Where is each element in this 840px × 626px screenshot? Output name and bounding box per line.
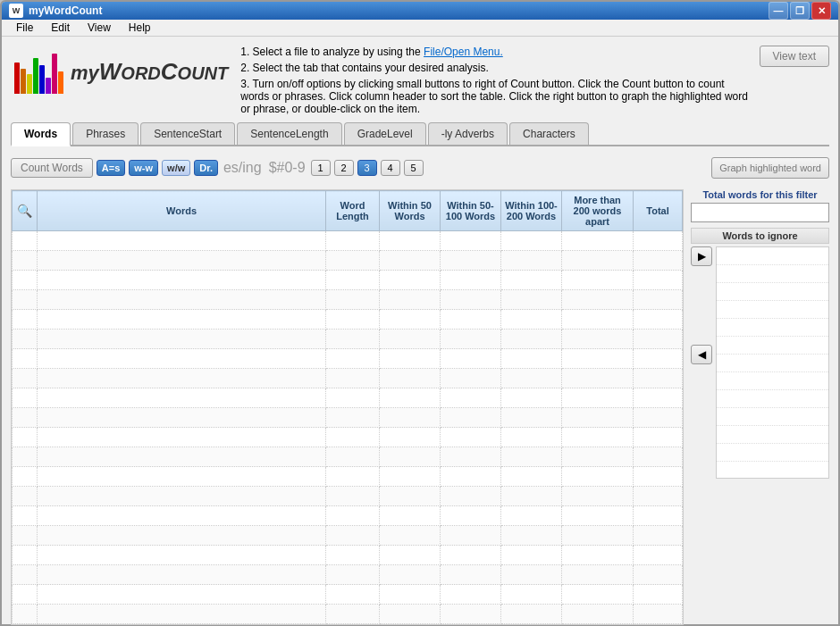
col-words[interactable]: Words — [38, 191, 326, 231]
table-cell — [441, 467, 501, 487]
tab-words[interactable]: Words — [11, 122, 71, 146]
page-5-button[interactable]: 5 — [404, 160, 424, 176]
table-row[interactable] — [13, 467, 683, 487]
logo-box: myWORDCOUNT — [11, 46, 231, 97]
tab-characters[interactable]: Characters — [509, 122, 589, 145]
toggle-dr-button[interactable]: Dr. — [194, 160, 218, 176]
arrow-right-button[interactable]: ▶ — [691, 246, 712, 266]
table-row[interactable] — [13, 388, 683, 408]
table-cell — [380, 467, 441, 487]
table-cell — [441, 546, 501, 565]
col-within-50-100[interactable]: Within 50-100 Words — [441, 191, 501, 231]
table-cell — [562, 349, 634, 369]
table-cell — [326, 526, 380, 546]
logo-bar-6 — [46, 78, 51, 94]
close-button[interactable]: ✕ — [811, 2, 831, 20]
table-cell — [380, 585, 441, 605]
table-row[interactable] — [13, 251, 683, 271]
window-title: myWordCount — [29, 4, 102, 17]
page-3-button[interactable]: 3 — [357, 160, 377, 176]
table-cell — [441, 310, 501, 330]
table-cell — [634, 388, 683, 408]
table-cell — [326, 310, 380, 330]
page-2-button[interactable]: 2 — [334, 160, 354, 176]
page-1-button[interactable]: 1 — [311, 160, 331, 176]
table-cell — [13, 526, 38, 546]
arrow-buttons: ▶ ◀ — [691, 246, 712, 364]
table-row[interactable] — [13, 506, 683, 526]
table-row[interactable] — [13, 447, 683, 467]
graph-highlighted-button[interactable]: Graph highlighted word — [711, 157, 829, 179]
col-search[interactable]: 🔍 — [13, 191, 38, 231]
file-open-link[interactable]: File/Open Menu. — [424, 46, 503, 58]
menu-help[interactable]: Help — [122, 20, 158, 36]
table-cell — [501, 467, 562, 487]
col-within-100-200[interactable]: Within 100-200 Words — [501, 191, 562, 231]
separator-esing: es/ing — [223, 160, 262, 176]
table-cell — [441, 506, 501, 526]
table-row[interactable] — [13, 231, 683, 251]
table-cell — [634, 408, 683, 428]
restore-button[interactable]: ❐ — [790, 2, 810, 20]
table-cell — [38, 565, 326, 585]
table-cell — [326, 546, 380, 565]
tab-sentencelength[interactable]: SentenceLength — [237, 122, 341, 145]
total-words-input[interactable] — [691, 203, 829, 222]
menu-view[interactable]: View — [80, 20, 118, 36]
col-more-than-200[interactable]: More than 200 words apart — [562, 191, 634, 231]
table-cell — [326, 428, 380, 447]
words-ignore-label: Words to ignore — [691, 228, 829, 244]
toggle-wslashw-button[interactable]: w/w — [162, 160, 190, 176]
table-row[interactable] — [13, 290, 683, 310]
table-cell — [326, 487, 380, 506]
col-word-length[interactable]: Word Length — [326, 191, 380, 231]
table-cell — [562, 408, 634, 428]
table-row[interactable] — [13, 408, 683, 428]
table-row[interactable] — [13, 605, 683, 624]
count-words-button[interactable]: Count Words — [11, 158, 93, 178]
table-row[interactable] — [13, 271, 683, 290]
table-row[interactable] — [13, 565, 683, 585]
tab-sentencestart[interactable]: SentenceStart — [140, 122, 235, 145]
table-cell — [13, 506, 38, 526]
table-row[interactable] — [13, 546, 683, 565]
table-row[interactable] — [13, 310, 683, 330]
view-text-button[interactable]: View text — [760, 46, 829, 67]
table-cell — [13, 467, 38, 487]
tab-gradelevel[interactable]: GradeLevel — [344, 122, 426, 145]
words-table: 🔍 Words Word Length Within 50 Words With… — [12, 190, 683, 624]
arrow-left-button[interactable]: ◀ — [691, 345, 712, 364]
col-within-50[interactable]: Within 50 Words — [380, 191, 441, 231]
table-row[interactable] — [13, 585, 683, 605]
table-cell — [13, 605, 38, 624]
menu-edit[interactable]: Edit — [44, 20, 77, 36]
table-cell — [441, 290, 501, 310]
words-ignore-list[interactable] — [716, 246, 829, 479]
col-total[interactable]: Total — [634, 191, 683, 231]
table-cell — [634, 585, 683, 605]
table-row[interactable] — [13, 369, 683, 388]
right-panel: Total words for this filter Words to ign… — [691, 189, 829, 625]
tab-phrases[interactable]: Phrases — [72, 122, 139, 145]
tab-ly-adverbs[interactable]: -ly Adverbs — [428, 122, 508, 145]
page-4-button[interactable]: 4 — [381, 160, 400, 176]
table-row[interactable] — [13, 526, 683, 546]
table-cell — [441, 369, 501, 388]
toggle-ww-button[interactable]: w-w — [129, 160, 158, 176]
table-row[interactable] — [13, 349, 683, 369]
table-cell — [13, 565, 38, 585]
table-row[interactable] — [13, 428, 683, 447]
table-area: 🔍 Words Word Length Within 50 Words With… — [11, 189, 684, 625]
table-cell — [634, 271, 683, 290]
table-cell — [38, 388, 326, 408]
table-scroll[interactable]: 🔍 Words Word Length Within 50 Words With… — [12, 190, 683, 624]
table-row[interactable] — [13, 330, 683, 349]
ignore-row — [717, 283, 828, 301]
instruction-3: 3. Turn on/off options by clicking small… — [240, 78, 750, 115]
table-cell — [326, 605, 380, 624]
table-row[interactable] — [13, 487, 683, 506]
toggle-aeqs-button[interactable]: A=s — [97, 160, 126, 176]
table-cell — [634, 330, 683, 349]
minimize-button[interactable]: — — [769, 2, 788, 20]
menu-file[interactable]: File — [9, 20, 40, 36]
